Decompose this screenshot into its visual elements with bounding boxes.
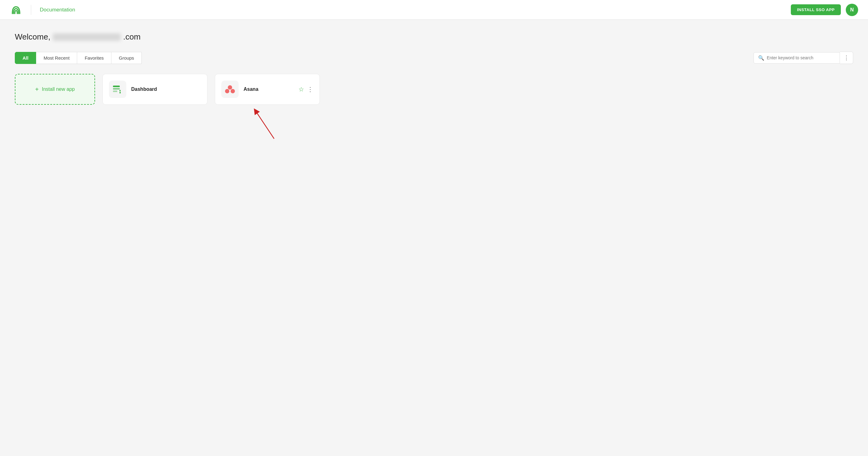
header-divider — [31, 5, 31, 15]
apps-grid: + Install new app Dashboard — [15, 74, 853, 105]
main-content: Welcome, .com All Most Recent Favorites … — [0, 20, 868, 117]
asana-app-actions: ☆ ⋮ — [299, 86, 313, 93]
tab-most-recent[interactable]: Most Recent — [36, 52, 77, 64]
svg-rect-2 — [113, 90, 117, 92]
app-card-asana[interactable]: Asana ☆ ⋮ — [215, 74, 320, 105]
install-new-app-card[interactable]: + Install new app — [15, 74, 95, 105]
search-icon: 🔍 — [758, 55, 764, 61]
svg-rect-0 — [113, 86, 120, 87]
plus-icon: + — [35, 86, 39, 93]
tab-favorites[interactable]: Favorites — [77, 52, 112, 64]
tabs-bar: All Most Recent Favorites Groups 🔍 ⋮ — [15, 52, 853, 64]
avatar[interactable]: N — [846, 4, 858, 16]
tab-all[interactable]: All — [15, 52, 36, 64]
asana-more-button[interactable]: ⋮ — [307, 86, 313, 93]
svg-point-5 — [230, 89, 235, 93]
header: Documentation INSTALL SSO APP N — [0, 0, 868, 20]
logo-group: Documentation — [10, 4, 75, 16]
welcome-email-blur — [53, 33, 121, 41]
dashboard-app-name: Dashboard — [131, 86, 201, 92]
welcome-prefix: Welcome, — [15, 32, 50, 42]
svg-rect-1 — [113, 88, 120, 90]
welcome-suffix: .com — [123, 32, 141, 42]
svg-point-4 — [225, 89, 229, 93]
install-new-app-label: Install new app — [42, 86, 75, 92]
asana-favorite-button[interactable]: ☆ — [299, 86, 304, 93]
app-card-dashboard[interactable]: Dashboard — [102, 74, 208, 105]
celo-logo-icon — [10, 4, 22, 16]
header-title: Documentation — [40, 7, 75, 13]
search-box: 🔍 — [753, 52, 840, 64]
welcome-heading: Welcome, .com — [15, 32, 853, 42]
svg-line-6 — [256, 111, 274, 139]
install-sso-button[interactable]: INSTALL SSO APP — [791, 4, 841, 15]
svg-point-3 — [228, 85, 232, 90]
asana-icon-wrap — [221, 81, 239, 98]
dashboard-icon-wrap — [109, 81, 126, 98]
search-input[interactable] — [767, 55, 835, 60]
asana-app-name: Asana — [244, 86, 293, 92]
tab-groups[interactable]: Groups — [112, 52, 142, 64]
dashboard-icon — [112, 83, 124, 95]
asana-logo-icon — [223, 83, 237, 96]
more-options-button[interactable]: ⋮ — [840, 52, 853, 64]
